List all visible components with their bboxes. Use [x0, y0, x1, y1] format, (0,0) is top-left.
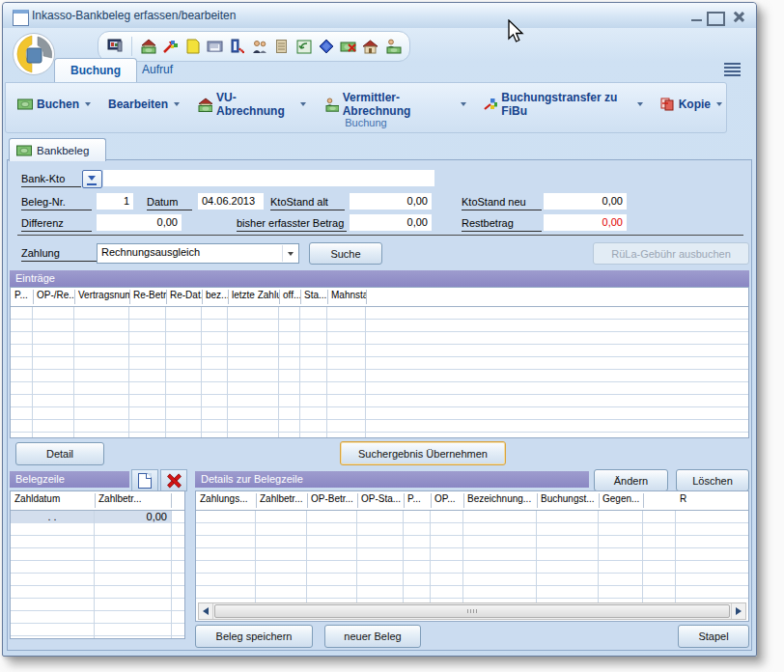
window-title: Inkasso-Bankbeleg erfassen/bearbeiten	[32, 9, 236, 22]
house-money-icon[interactable]	[139, 37, 157, 56]
details-table: Zahlungs... Zahlbetr... OP-Betr... OP-St…	[195, 490, 749, 622]
presentation-icon[interactable]	[106, 37, 125, 56]
details-horizontal-scrollbar[interactable]	[198, 602, 746, 620]
datum-label: Datum	[147, 196, 192, 210]
transfer-arrow-icon[interactable]	[161, 37, 180, 56]
column-header[interactable]: OP...	[431, 493, 464, 508]
column-header[interactable]: Sta...	[300, 290, 328, 304]
dropdown-caret-icon	[85, 102, 91, 106]
two-people-icon[interactable]	[250, 37, 268, 56]
kopie-button[interactable]: Kopie	[657, 95, 726, 114]
differenz-input[interactable]: 0,00	[97, 214, 182, 231]
dropdown-caret-icon	[174, 102, 180, 106]
loeschen-button[interactable]: Löschen	[676, 469, 749, 491]
diamond-icon[interactable]	[317, 37, 335, 56]
app-menu-logo[interactable]	[12, 32, 56, 80]
belegzeile-header: Belegzeile	[10, 471, 129, 488]
column-header[interactable]: Bezeichnung...	[463, 493, 538, 508]
title-bar[interactable]: Inkasso-Bankbeleg erfassen/bearbeiten	[3, 3, 756, 28]
bank-kto-dropdown-button[interactable]	[82, 170, 102, 188]
datum-input[interactable]: 04.06.2013	[198, 193, 264, 210]
bank-kto-input[interactable]	[103, 170, 348, 186]
scroll-right-arrow[interactable]	[731, 603, 745, 619]
beleg-nr-label: Beleg-Nr.	[21, 196, 92, 210]
money-cancel-icon[interactable]	[339, 37, 357, 56]
yellow-document-icon[interactable]	[183, 37, 202, 56]
column-header[interactable]: OP-Betr...	[307, 493, 358, 508]
toolbar-separator	[131, 37, 132, 56]
vermittler-abrechnung-button[interactable]: Vermittler-Abrechnung	[320, 88, 470, 121]
new-belegzeile-button[interactable]	[131, 469, 158, 491]
restbetrag-input[interactable]: 0,00	[544, 214, 627, 231]
neuer-beleg-button[interactable]: neuer Beleg	[324, 625, 421, 648]
column-header[interactable]: bez...	[202, 290, 229, 304]
notes-icon[interactable]	[272, 37, 291, 56]
suchergebnis-uebernehmen-button[interactable]: Suchergebnis Übernehmen	[340, 441, 506, 465]
ktostand-neu-input[interactable]: 0,00	[544, 193, 627, 210]
ribbon-panel: Buchen Bearbeiten VU-Abrechnung Vermittl…	[5, 82, 727, 133]
zahlung-combobox[interactable]: Rechnungsausgleich	[97, 243, 299, 264]
buchen-button[interactable]: Buchen	[14, 95, 95, 114]
suche-button[interactable]: Suche	[309, 242, 382, 265]
ktostand-alt-input[interactable]: 0,00	[350, 193, 432, 210]
new-page-icon	[138, 473, 152, 489]
ktostand-alt-label: KtoStand alt	[270, 196, 345, 210]
column-header[interactable]: P...	[11, 290, 34, 304]
window-icon	[13, 10, 29, 26]
minimize-button[interactable]	[689, 12, 704, 22]
buchungstransfer-fibu-button[interactable]: Buchungstransfer zu FiBu	[480, 88, 647, 121]
house-icon[interactable]	[361, 37, 379, 56]
beleg-speichern-button[interactable]: Beleg speichern	[195, 625, 313, 648]
details-table-body[interactable]	[196, 511, 748, 605]
column-header[interactable]: Mahnsta...	[327, 290, 367, 304]
column-header[interactable]: OP-Sta...	[357, 493, 405, 508]
ktostand-neu-label: KtoStand neu	[462, 196, 542, 210]
menu-hamburger-icon[interactable]	[724, 63, 741, 76]
column-header[interactable]: Vertragsnum...	[74, 290, 130, 304]
aendern-button[interactable]: Ändern	[594, 469, 668, 491]
column-header[interactable]: Zahlbetr...	[256, 493, 308, 508]
undo-icon[interactable]	[294, 37, 313, 56]
column-header[interactable]: Zahlbetr...	[95, 493, 172, 508]
tab-aufruf[interactable]: Aufruf	[126, 58, 188, 82]
bisher-erfasster-betrag-input[interactable]: 0,00	[350, 214, 432, 231]
bearbeiten-button[interactable]: Bearbeiten	[104, 95, 183, 114]
envelope-icon[interactable]	[206, 37, 224, 56]
scrollbar-thumb[interactable]	[214, 604, 730, 618]
eintraege-table-body[interactable]	[11, 307, 748, 437]
column-header[interactable]: P...	[404, 493, 432, 508]
house-money-icon	[197, 98, 212, 112]
person-money-icon[interactable]	[383, 37, 402, 56]
stapel-button[interactable]: Stapel	[678, 625, 749, 648]
column-header[interactable]: Gegen...	[599, 493, 644, 508]
column-header[interactable]: Buchungst...	[537, 493, 600, 508]
column-header[interactable]: Zahlungs...	[196, 493, 257, 508]
exit-door-icon[interactable]	[228, 37, 246, 56]
belegzeile-row-betrag[interactable]: 0,00	[95, 511, 171, 523]
person-money-icon	[323, 98, 338, 112]
ribbon-group-label: Buchung	[6, 117, 726, 128]
belegzeile-row-datum[interactable]: . .	[11, 511, 94, 523]
column-header[interactable]: OP-/Re...	[33, 290, 75, 304]
tab-bankbeleg[interactable]: Bankbeleg	[9, 138, 106, 161]
scroll-left-arrow[interactable]	[199, 603, 213, 619]
column-header[interactable]: off...	[279, 290, 301, 304]
column-header[interactable]: R	[676, 493, 718, 508]
detail-button[interactable]: Detail	[15, 442, 104, 465]
tab-buchung[interactable]: Buchung	[54, 58, 137, 83]
delete-belegzeile-button[interactable]	[160, 469, 187, 491]
bisher-erfasster-betrag-label: bisher erfasster Betrag	[237, 217, 347, 232]
close-button[interactable]	[732, 12, 746, 22]
column-header[interactable]: Re-Dat...	[166, 290, 203, 304]
quick-access-toolbar	[3, 29, 756, 58]
maximize-button[interactable]	[707, 12, 725, 26]
combo-arrow-icon[interactable]	[282, 245, 297, 262]
column-header[interactable]: letzte Zahlu...	[228, 290, 280, 304]
column-header[interactable]: Zahldatum	[11, 493, 96, 508]
column-header[interactable]: Re-Betr...	[129, 290, 167, 304]
beleg-nr-input[interactable]: 1	[97, 193, 133, 210]
bank-kto-name-input[interactable]	[348, 170, 434, 186]
vu-abrechnung-button[interactable]: VU-Abrechnung	[193, 88, 310, 121]
bank-kto-label: Bank-Kto	[21, 173, 81, 187]
belegzeile-table-body[interactable]	[11, 511, 184, 638]
